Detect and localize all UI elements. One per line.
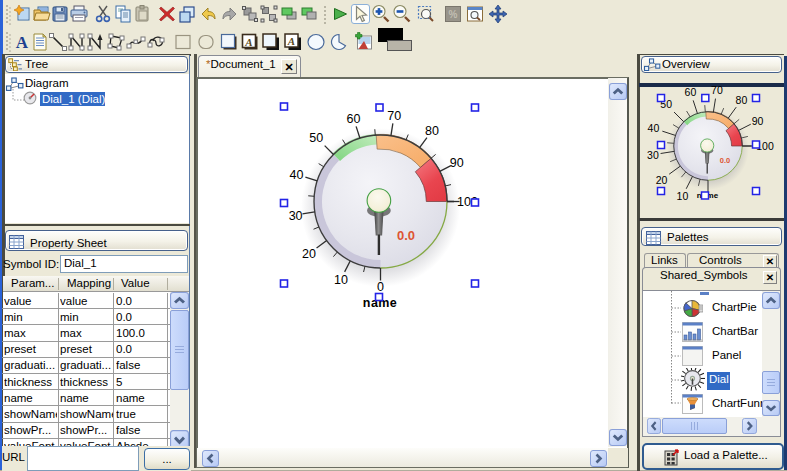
svg-text:0.0: 0.0 (720, 156, 730, 165)
svg-text:70: 70 (387, 109, 401, 123)
svg-text:20: 20 (656, 174, 668, 186)
svg-text:30: 30 (289, 209, 303, 223)
svg-text:80: 80 (736, 94, 748, 106)
svg-text:90: 90 (752, 115, 764, 127)
svg-text:90: 90 (450, 156, 464, 170)
svg-text:80: 80 (425, 124, 439, 138)
svg-text:60: 60 (346, 112, 360, 126)
svg-text:20: 20 (302, 247, 316, 261)
svg-text:30: 30 (647, 149, 659, 161)
svg-text:60: 60 (685, 86, 697, 98)
svg-text:10: 10 (334, 273, 348, 287)
svg-text:A: A (287, 35, 295, 47)
svg-text:0: 0 (377, 280, 384, 294)
svg-text:40: 40 (289, 168, 303, 182)
svg-text:10: 10 (677, 190, 689, 202)
svg-text:0.0: 0.0 (397, 228, 415, 243)
svg-text:%: % (449, 9, 458, 20)
svg-text:70: 70 (711, 84, 723, 96)
svg-text:A: A (244, 36, 252, 48)
svg-text:50: 50 (309, 131, 323, 145)
svg-text:40: 40 (648, 122, 660, 134)
